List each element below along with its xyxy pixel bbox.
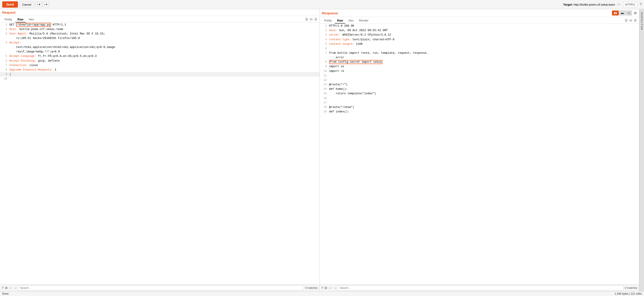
response-line-16: 16 (320, 96, 639, 100)
request-back-icon[interactable]: ← (9, 286, 12, 290)
nav-left-button[interactable]: ‹ ▾ (36, 2, 42, 7)
request-newline-icon[interactable]: \n (310, 18, 312, 21)
request-menu-icon[interactable]: ☰ (314, 18, 317, 21)
response-line-9: 9 import os (320, 64, 639, 69)
request-line-2: 2 Host: bottle-poem.ctf.sekai.team (0, 27, 320, 32)
tab-response-hex[interactable]: Hex (346, 18, 356, 24)
response-newline-icon[interactable]: \n (630, 19, 632, 22)
request-help-icon[interactable]: ? (2, 286, 4, 290)
request-line-4: 4 Accept: text/html,application/xhtml+xm… (0, 41, 320, 54)
response-line-5: 5 content-length: 1188 (320, 42, 639, 46)
status-bar: Done 1,346 bytes | 121 millis (0, 291, 644, 296)
view-btn-vertical[interactable]: ▭ (626, 11, 632, 16)
response-line-17: 17 (320, 100, 639, 105)
toolbar: Send Cancel ‹ ▾ › ▾ Target: http://bottl… (0, 0, 644, 9)
request-path-highlight: /show?id=/app/app.py (16, 23, 51, 27)
nav-buttons: ‹ ▾ › ▾ (36, 2, 49, 7)
response-line-6: 6 (320, 46, 639, 51)
target-label: Target: http://bottle-poem.ctf.sekai.tea… (563, 3, 615, 6)
request-format-icon[interactable]: ☰ (305, 18, 308, 21)
request-search-bar: ? ⚙ ← → 0 matches (0, 284, 320, 291)
response-line-10: 10 import re (320, 69, 639, 73)
edit-icon[interactable]: ✏ (618, 3, 620, 6)
response-line-1: 1 HTTP/1.0 200 OK (320, 24, 639, 28)
response-forward-icon[interactable]: → (333, 286, 336, 290)
request-panel-header: Request (0, 9, 320, 16)
http-version[interactable]: HTTP/1 (623, 2, 637, 7)
request-line-3: 3 User-Agent: Mozilla/5.0 (Macintosh; In… (0, 32, 320, 41)
response-search-bar: ? ⚙ ← → 0 matches (320, 284, 639, 291)
response-menu-icon[interactable]: ☰ (634, 19, 637, 22)
response-help-icon[interactable]: ? (322, 286, 323, 290)
request-tab-bar: Pretty Raw Hex ☰ \n ☰ (0, 16, 320, 23)
request-line-6: 6 Accept-Encoding: gzip, deflate (0, 59, 320, 63)
request-title: Request (2, 11, 16, 14)
tab-request-pretty[interactable]: Pretty (2, 17, 14, 22)
request-settings-icon[interactable]: ⚙ (5, 286, 8, 290)
response-search-input[interactable] (338, 285, 624, 290)
response-code-area[interactable]: 1 HTTP/1.0 200 OK 2 date: Sun, 09 Oct 20… (320, 24, 639, 284)
response-line-14: 14 def home(): (320, 87, 639, 91)
response-line-7: 7 from bottle import route, run, templat… (320, 51, 639, 60)
response-line-11: 11 (320, 73, 639, 78)
response-line-12: 12 (320, 78, 639, 82)
tab-response-render[interactable]: Render (357, 18, 371, 24)
request-code-area[interactable]: 1 GET /show?id=/app/app.py HTTP/1.1 2 Ho… (0, 23, 320, 284)
request-forward-icon[interactable]: → (14, 286, 17, 290)
response-back-icon[interactable]: ← (329, 286, 332, 290)
response-matches-label: 0 matches (625, 286, 637, 289)
response-panel: Response ▮▮ ▬ ▭ ⚙ Pretty Raw Hex Render … (320, 9, 640, 291)
request-search-input[interactable] (18, 285, 304, 290)
response-line-3: 3 server: WSGIServer/0.2 CPython/3.8.12 (320, 33, 639, 37)
response-line-18: 18 @route("/show") (320, 105, 639, 109)
request-line-1: 1 GET /show?id=/app/app.py HTTP/1.1 (0, 23, 320, 27)
response-format-icon[interactable]: ☰ (625, 19, 628, 22)
tab-response-pretty[interactable]: Pretty (322, 18, 334, 24)
response-import-highlight: from config.secret import sekai (329, 60, 382, 64)
response-title: Response (322, 11, 338, 15)
response-panel-header: Response ▮▮ ▬ ▭ ⚙ (320, 9, 639, 17)
response-tab-bar: Pretty Raw Hex Render ☰ \n ☰ (320, 17, 639, 24)
status-right: 1,346 bytes | 121 millis (614, 292, 642, 295)
inspector-tab[interactable]: INSPECTOR (639, 9, 644, 291)
response-line-4: 4 content-type: text/plain; charset=UTF-… (320, 37, 639, 42)
response-line-13: 13 @route("/") (320, 82, 639, 87)
request-line-8: 8 Upgrade-Insecure-Requests: 1 (0, 68, 320, 72)
help-icon[interactable]: ? (640, 3, 642, 7)
tab-request-raw[interactable]: Raw (15, 17, 26, 22)
main-panels: Request Pretty Raw Hex ☰ \n ☰ 1 GET /sho… (0, 9, 644, 291)
tab-request-hex[interactable]: Hex (26, 17, 36, 22)
request-tab-icons: ☰ \n ☰ (305, 18, 317, 22)
view-btn-split[interactable]: ▮▮ (612, 11, 619, 16)
tab-response-raw[interactable]: Raw (335, 18, 345, 24)
response-settings-icon[interactable]: ⚙ (634, 11, 637, 15)
view-btn-horizontal[interactable]: ▬ (619, 11, 626, 16)
nav-right-button[interactable]: › ▾ (42, 2, 49, 7)
request-line-9: 9 | (0, 72, 320, 77)
cancel-button[interactable]: Cancel (19, 2, 34, 8)
target-label-text: Target: (563, 3, 573, 6)
request-line-5: 5 Accept-Language: fr,fr-FR;q=0.8,en-US;… (0, 54, 320, 58)
request-line-10: 10 (0, 77, 320, 81)
request-line-7: 7 Connection: close (0, 63, 320, 68)
request-matches-label: 0 matches (305, 286, 318, 289)
response-settings-icon[interactable]: ⚙ (324, 286, 327, 290)
status-left: Done (2, 292, 9, 295)
response-line-2: 2 date: Sun, 09 Oct 2022 09:55:41 GMT (320, 28, 639, 33)
request-panel: Request Pretty Raw Hex ☰ \n ☰ 1 GET /sho… (0, 9, 320, 291)
response-line-19: 19 def index(): (320, 109, 639, 114)
response-line-8: 8 from config.secret import sekai (320, 60, 639, 64)
response-tab-icons: ☰ \n ☰ (625, 19, 637, 23)
toolbar-right: Target: http://bottle-poem.ctf.sekai.tea… (563, 2, 642, 7)
view-toggle: ▮▮ ▬ ▭ (612, 11, 632, 16)
response-line-15: 15 return template("index") (320, 91, 639, 96)
target-url: http://bottle-poem.ctf.sekai.team (574, 3, 615, 6)
send-button[interactable]: Send (2, 1, 18, 8)
